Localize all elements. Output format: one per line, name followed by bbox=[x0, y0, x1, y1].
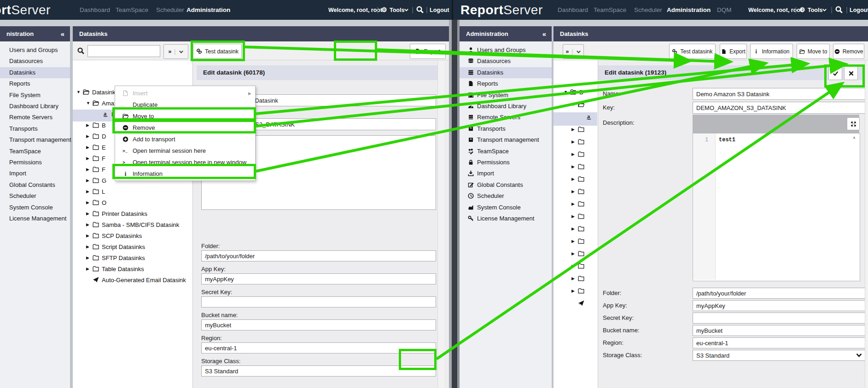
right-sidebar-item-global-constants[interactable]: Global Constants bbox=[460, 180, 552, 191]
right-tree-item-folder[interactable]: ▶ bbox=[571, 273, 587, 284]
right-sidebar-item-users-and-groups[interactable]: Users and Groups bbox=[460, 45, 552, 56]
caret-right-icon[interactable]: ▶ bbox=[571, 202, 578, 206]
menu-item-add-to-transport[interactable]: Add to transport bbox=[115, 133, 255, 145]
left-search-icon[interactable] bbox=[77, 47, 84, 54]
left-tree-item-f[interactable]: ▶F bbox=[86, 153, 105, 163]
right-tree-item-folder[interactable] bbox=[571, 298, 587, 308]
right-panel-scrollbar[interactable] bbox=[865, 60, 868, 388]
left-sidebar-item-permissions[interactable]: Permissions bbox=[0, 157, 70, 168]
left-tree-item-g[interactable]: ▶G bbox=[86, 175, 106, 185]
right-tree-item-folder[interactable]: ▶ bbox=[571, 224, 587, 234]
left-sidebar-item-remote-servers[interactable]: Remote Servers bbox=[0, 112, 70, 123]
left-tree-item-printer-datasinks[interactable]: ▶Printer Datasinks bbox=[86, 208, 147, 219]
right-sidebar-item-permissions[interactable]: Permissions bbox=[460, 157, 552, 168]
right-tree-expander-button[interactable]: »| bbox=[563, 44, 584, 59]
left-logout-link[interactable]: Logout bbox=[430, 7, 449, 13]
left-tree-item-table-datasinks[interactable]: ▶Table Datasinks bbox=[86, 264, 144, 274]
caret-right-icon[interactable]: ▶ bbox=[571, 214, 578, 219]
caret-right-icon[interactable]: ▶ bbox=[571, 289, 578, 293]
left-collapse-icon[interactable]: « bbox=[61, 26, 64, 41]
caret-right-icon[interactable]: ▶ bbox=[571, 164, 578, 169]
caret-right-icon[interactable]: ▶ bbox=[86, 167, 93, 172]
caret-right-icon[interactable]: ▶ bbox=[86, 156, 93, 161]
left-form-scrollbar[interactable] bbox=[437, 60, 444, 388]
caret-right-icon[interactable]: ▶ bbox=[571, 264, 578, 268]
right-sidebar-item-datasources[interactable]: Datasources bbox=[460, 56, 552, 67]
right-sidebar-item-license-management[interactable]: License Management bbox=[460, 213, 552, 224]
right-code-editor[interactable] bbox=[693, 133, 860, 281]
right-sidebar-item-teamspace[interactable]: TeamSpace bbox=[460, 146, 552, 157]
caret-right-icon[interactable]: ▶ bbox=[86, 134, 93, 139]
left-sidebar-item-users-and-groups[interactable]: Users and Groups bbox=[0, 45, 70, 56]
left-sidebar-item-dashboard-library[interactable]: Dashboard Library bbox=[0, 101, 70, 112]
right-tree-item-folder[interactable]: ▶ bbox=[571, 236, 587, 246]
caret-right-icon[interactable]: ▶ bbox=[86, 244, 93, 249]
right-field-input-app-key-[interactable]: myAppKey bbox=[693, 300, 866, 311]
right-test-datasink-button[interactable]: Test datasink bbox=[669, 44, 716, 59]
right-tree-item-folder[interactable]: ▶ bbox=[571, 174, 587, 184]
right-sidebar-item-import[interactable]: Import bbox=[460, 168, 552, 179]
right-sidebar-item-dashboard-library[interactable]: Dashboard Library bbox=[460, 101, 552, 112]
caret-right-icon[interactable]: ▶ bbox=[86, 200, 93, 205]
right-editor-scroll-up-icon[interactable]: ▲ bbox=[852, 135, 856, 139]
left-sidebar-item-system-console[interactable]: System Console bbox=[0, 202, 70, 213]
left-sidebar-item-file-system[interactable]: File System bbox=[0, 90, 70, 101]
right-tree-item-folder[interactable]: ▶ bbox=[571, 186, 587, 197]
left-tree-item-l[interactable]: ▶L bbox=[86, 186, 105, 197]
caret-right-icon[interactable]: ▶ bbox=[86, 178, 93, 183]
left-tree-search-input[interactable] bbox=[87, 45, 160, 57]
left-tree-item-e[interactable]: ▶E bbox=[86, 142, 106, 152]
right-remove-button[interactable]: Remove bbox=[833, 44, 864, 59]
left-sidebar-item-license-management[interactable]: License Management bbox=[0, 213, 70, 224]
left-tree-item-b[interactable]: ▶B bbox=[86, 120, 106, 130]
right-search-icon[interactable] bbox=[835, 6, 843, 13]
right-tree-item-folder[interactable]: ▶ bbox=[571, 211, 587, 221]
left-nav-item-teamspace[interactable]: TeamSpace bbox=[116, 6, 148, 13]
right-nav-item-administration[interactable]: Administration bbox=[667, 6, 711, 13]
menu-item-move-to[interactable]: Move to bbox=[115, 110, 255, 122]
right-tools-menu[interactable]: Tools bbox=[808, 7, 822, 13]
caret-right-icon[interactable]: ▶ bbox=[571, 127, 578, 132]
right-tree-item-folder[interactable]: ▼ bbox=[571, 99, 587, 110]
caret-right-icon[interactable]: ▶ bbox=[571, 276, 578, 281]
right-sidebar-item-file-system[interactable]: File System bbox=[460, 90, 552, 101]
right-cancel-button[interactable] bbox=[844, 66, 858, 80]
caret-right-icon[interactable]: ▶ bbox=[571, 152, 578, 156]
caret-right-icon[interactable]: ▶ bbox=[86, 222, 93, 227]
right-tree-item-folder[interactable]: ▶ bbox=[571, 199, 587, 209]
right-sidebar-item-system-console[interactable]: System Console bbox=[460, 202, 552, 213]
menu-item-open-terminal-session-here[interactable]: >_Open terminal session here bbox=[115, 145, 255, 156]
left-sidebar-item-datasinks[interactable]: Datasinks bbox=[0, 67, 70, 78]
caret-right-icon[interactable]: ▶ bbox=[86, 255, 93, 260]
right-field-input-region-[interactable]: eu-central-1 bbox=[693, 337, 866, 348]
left-tree-item-f[interactable]: ▶F bbox=[86, 164, 105, 174]
right-nav-item-dqm[interactable]: DQM bbox=[717, 6, 732, 13]
right-tree-item-folder[interactable]: ▶ bbox=[571, 249, 587, 259]
left-sidebar-item-transports[interactable]: Transports bbox=[0, 123, 70, 134]
right-tree-item-folder[interactable]: ▶ bbox=[571, 286, 587, 296]
left-sidebar-item-import[interactable]: Import bbox=[0, 168, 70, 179]
right-tree-item-folder[interactable]: ▶ bbox=[571, 124, 587, 134]
right-move-to-button[interactable]: Move to bbox=[797, 44, 830, 59]
right-name-input[interactable]: Demo Amazon S3 Datasink bbox=[693, 88, 866, 100]
left-tree-item-auto-generated-email-datasink[interactable]: Auto-Generated Email Datasink bbox=[86, 275, 186, 285]
menu-item-duplicate[interactable]: Duplicate bbox=[115, 99, 255, 110]
caret-right-icon[interactable]: ▶ bbox=[571, 226, 578, 231]
left-sidebar-item-teamspace[interactable]: TeamSpace bbox=[0, 146, 70, 157]
right-sidebar-item-remote-servers[interactable]: Remote Servers bbox=[460, 112, 552, 123]
caret-right-icon[interactable]: ▶ bbox=[86, 145, 93, 150]
right-tree-item-folder[interactable]: ▶ bbox=[571, 149, 587, 159]
right-logout-link[interactable]: Logout bbox=[850, 7, 868, 13]
left-tree-item-d[interactable]: ▶D bbox=[86, 131, 106, 141]
caret-right-icon[interactable]: ▶ bbox=[86, 123, 93, 127]
right-description-expand-button[interactable] bbox=[847, 117, 860, 130]
select-chevron-icon[interactable] bbox=[856, 352, 862, 359]
caret-right-icon[interactable]: ▶ bbox=[571, 239, 578, 243]
right-field-input-secret-key-[interactable] bbox=[693, 313, 866, 324]
caret-right-icon[interactable]: ▶ bbox=[86, 211, 93, 216]
left-export-button[interactable]: Export bbox=[410, 44, 446, 59]
caret-down-icon[interactable]: ▼ bbox=[76, 90, 83, 94]
left-test-datasink-button[interactable]: Test datasink bbox=[193, 44, 242, 59]
right-tree-item-folder[interactable]: ▶ bbox=[571, 261, 587, 271]
right-tree-item-folder[interactable]: ▶ bbox=[571, 137, 587, 147]
